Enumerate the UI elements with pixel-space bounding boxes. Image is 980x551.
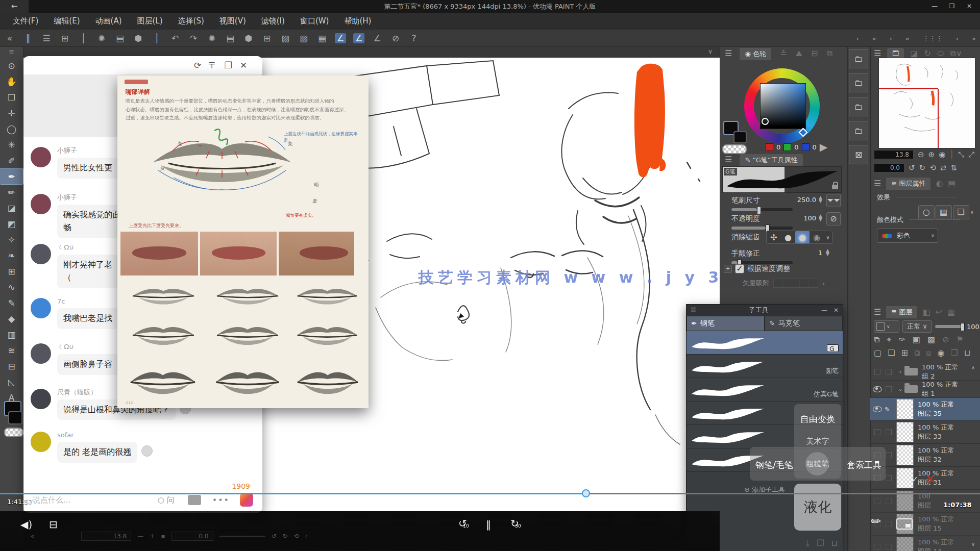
opacity-row[interactable]: 不透明度 100 ▲▼ ⊘ bbox=[731, 213, 841, 230]
chat-control-icon[interactable]: ⟳ bbox=[190, 60, 205, 70]
tab-layer-property[interactable]: ≋ 图层属性 bbox=[886, 178, 930, 190]
size-dialog-button[interactable]: ⏷⏷ bbox=[826, 194, 841, 207]
layer-icon[interactable]: ▩ bbox=[927, 336, 935, 344]
layer-icon[interactable]: ⧈ bbox=[926, 349, 931, 357]
sv-cursor[interactable] bbox=[762, 118, 769, 125]
tool-button[interactable]: ▥ bbox=[0, 327, 23, 342]
transparent-well[interactable] bbox=[722, 144, 747, 154]
ask-toggle[interactable]: ○ 问 bbox=[158, 495, 175, 505]
dock-chevron-icon[interactable]: ‹ bbox=[890, 35, 892, 42]
volume-icon[interactable]: ◀) bbox=[20, 518, 32, 531]
command-icon[interactable]: ↷ bbox=[188, 33, 199, 43]
brush-preview[interactable]: G笔 bbox=[722, 166, 842, 193]
command-icon[interactable]: ✺ bbox=[96, 33, 107, 43]
menu-item[interactable]: 文件(F) bbox=[5, 13, 46, 30]
panel-menu-icon[interactable]: ☰ bbox=[874, 180, 881, 188]
aa-middle[interactable]: ● bbox=[795, 231, 810, 243]
command-icon[interactable]: │ bbox=[78, 33, 89, 43]
aa-none[interactable]: ✣ bbox=[767, 231, 781, 243]
folder-panel-icon[interactable]: 🗀 bbox=[849, 121, 868, 140]
subtool-footer-icon[interactable]: ⊔ bbox=[831, 539, 838, 547]
menu-item[interactable]: 动画(A) bbox=[88, 13, 130, 30]
tool-button[interactable]: ✐ bbox=[0, 153, 23, 168]
blend-mode-dropdown[interactable]: 正常 ∨ bbox=[902, 320, 932, 333]
zoom-value[interactable]: 13.8 bbox=[874, 150, 914, 159]
tool-button[interactable]: ✋ bbox=[0, 73, 23, 89]
menu-item[interactable]: 滤镜(I) bbox=[254, 13, 292, 30]
layer-icon[interactable]: ⧉ bbox=[874, 336, 879, 344]
status-rotation[interactable]: 0.0 bbox=[172, 532, 213, 541]
menu-item[interactable]: 编辑(E) bbox=[46, 13, 87, 30]
layer-icon[interactable]: ▢ bbox=[874, 349, 881, 357]
subtool-footer-icon[interactable]: ⤓ bbox=[806, 539, 810, 547]
transparent-color-swatch[interactable] bbox=[4, 428, 23, 437]
layer-row[interactable]: › 100 % 正常组 2 bbox=[870, 363, 980, 381]
tab-color-wheel[interactable]: ◉ 色轮 bbox=[740, 48, 771, 60]
layer-icon[interactable]: ▣ bbox=[913, 336, 920, 344]
reference-window[interactable]: 嘴部详解 嘴也是表达人物情感的一个重要部位，嘴唇的动态变化非常丰富，只看嘴唇的形… bbox=[117, 76, 369, 408]
menu-item[interactable]: 选择(S) bbox=[170, 13, 212, 30]
command-icon[interactable]: ▦ bbox=[316, 33, 328, 43]
navigator-thumbnail[interactable] bbox=[879, 58, 975, 148]
command-icon[interactable]: ▨ bbox=[280, 33, 291, 43]
status-rotate-right[interactable]: ↻ bbox=[283, 533, 288, 540]
expand-plus-button[interactable]: + bbox=[724, 265, 732, 273]
chat-control-icon[interactable]: 〒 bbox=[205, 60, 220, 71]
zoom-100-icon[interactable]: ◉ bbox=[939, 150, 945, 159]
tab-navigator[interactable]: 🗔 bbox=[887, 48, 904, 59]
command-icon[interactable]: ▤ bbox=[114, 33, 126, 43]
command-icon[interactable]: ? bbox=[408, 33, 420, 43]
shortcut-rough-pen[interactable]: 粗糙笔 bbox=[794, 459, 841, 469]
layer-icon[interactable]: ❏ bbox=[888, 349, 895, 357]
tool-button[interactable]: ⊟ bbox=[0, 358, 23, 374]
layer-scroll-up-icon[interactable]: ∧ bbox=[971, 365, 975, 370]
subtool-tab[interactable]: ✎马克笔 bbox=[765, 316, 843, 331]
brush-row[interactable]: G笔 bbox=[687, 331, 843, 355]
flip-h-icon[interactable]: ⇄ bbox=[940, 163, 947, 172]
layer-icon[interactable]: ⌖ bbox=[887, 336, 891, 344]
layer-icon[interactable]: ◉ bbox=[938, 349, 945, 357]
tab-layers[interactable]: ≣ 图层 bbox=[886, 306, 917, 318]
tool-button[interactable]: ✒ bbox=[0, 168, 23, 184]
colormode-dropdown[interactable]: ●●● 彩色 ∨ bbox=[877, 229, 938, 243]
status-rotate-left[interactable]: ↺ bbox=[272, 533, 277, 540]
tool-button[interactable]: ✳ bbox=[0, 137, 23, 153]
command-icon[interactable]: ⬢ bbox=[133, 33, 144, 43]
tool-button[interactable]: ◯ bbox=[0, 121, 23, 137]
rotation-value[interactable]: 0.0 bbox=[874, 163, 904, 172]
tab-layer-search-icon[interactable]: ◧ bbox=[922, 308, 930, 316]
avatar[interactable] bbox=[31, 194, 51, 214]
avatar[interactable] bbox=[31, 343, 51, 364]
note-pencil-icon[interactable]: ✏ bbox=[871, 514, 881, 529]
layer-thumbnail[interactable] bbox=[896, 537, 914, 551]
rotate-left-icon[interactable]: ↺ bbox=[909, 163, 915, 172]
folder-panel-icon[interactable]: 🗀 bbox=[849, 49, 868, 68]
tab-color-slider-icon[interactable]: ≛ bbox=[780, 48, 787, 58]
layer-icon[interactable]: ⧉ bbox=[914, 349, 920, 357]
tool-button[interactable]: ◩ bbox=[0, 216, 23, 232]
tool-button[interactable]: ✏ bbox=[0, 184, 23, 200]
layer-row[interactable]: ✎ 100 % 正常图层 35 bbox=[870, 398, 980, 421]
tool-button[interactable]: ◆ bbox=[0, 311, 23, 327]
command-icon[interactable]: ⊘ bbox=[390, 33, 401, 43]
dock-chevron-icon[interactable]: › bbox=[856, 35, 859, 42]
forward-30-icon[interactable]: ↻30 bbox=[510, 517, 526, 533]
tool-button[interactable]: ✛ bbox=[0, 105, 23, 121]
stabilize-row[interactable]: 手颤修正 1 ▲▼ bbox=[731, 248, 841, 264]
zoom-in-icon[interactable]: ⊕ bbox=[928, 150, 935, 159]
video-progress-played[interactable] bbox=[0, 493, 586, 494]
panel-menu-icon[interactable]: ☰ bbox=[691, 307, 696, 313]
folder-expand-icon[interactable]: › bbox=[896, 368, 904, 375]
color-play-icon[interactable]: ▶ bbox=[820, 142, 827, 152]
fit-window-icon[interactable]: ⤢ bbox=[968, 150, 974, 159]
tab-timeline-icon[interactable]: ▦ bbox=[947, 308, 955, 316]
danmaku-toggle-icon[interactable]: ⊟ bbox=[49, 518, 58, 531]
dock-chevron-icon[interactable]: » bbox=[972, 35, 976, 42]
command-icon[interactable]: ☰ bbox=[41, 33, 52, 43]
command-icon[interactable]: ▤ bbox=[225, 33, 236, 43]
layer-icon[interactable]: ❐ bbox=[950, 349, 958, 357]
command-icon[interactable]: ▨ bbox=[298, 33, 309, 43]
layer-thumbnail[interactable] bbox=[896, 399, 914, 419]
tab-tone-icon[interactable]: ◐ bbox=[936, 180, 943, 188]
zoom-out-icon[interactable]: ⊖ bbox=[918, 150, 924, 159]
